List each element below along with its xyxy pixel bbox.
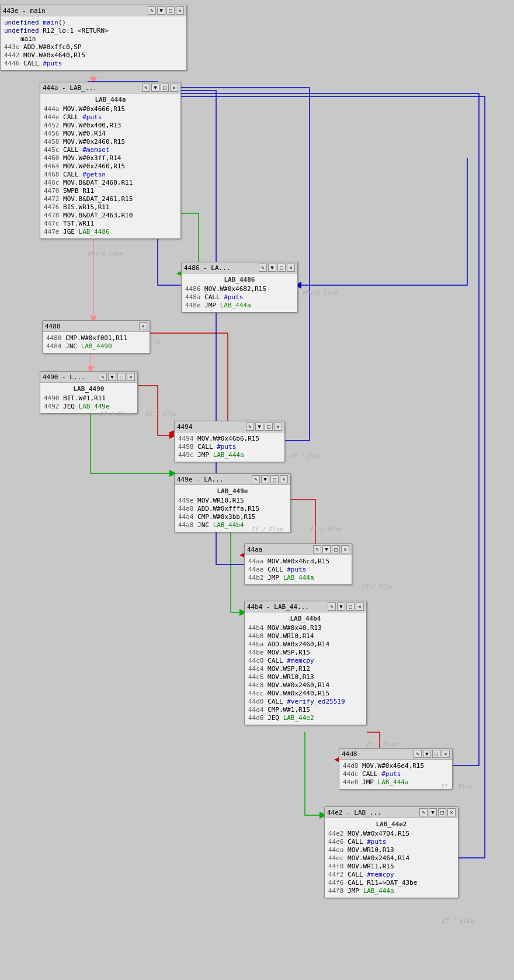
- lab444a-titlebar: 444a - LAB_... ✎ ▼ □ ✕: [40, 82, 180, 94]
- edit-icon[interactable]: ✎: [252, 475, 260, 483]
- blk44d8-body: 44d8 MOV.W#0x46e4,R15 44dc CALL #puts 44…: [339, 760, 452, 789]
- code-line: 4484 JNC LAB_4490: [46, 342, 146, 351]
- code-line: 44ae CALL #puts: [248, 566, 348, 574]
- arrow-icon[interactable]: ▼: [429, 808, 437, 816]
- code-line: 4458 MOV.W#0x2460,R15: [44, 138, 177, 146]
- lab4490-window: 4490 - L... ✎ ▼ □ ✕ LAB_4490 4490 BIT.W#…: [40, 371, 138, 414]
- code-line: 4492 JEQ LAB_449e: [44, 403, 134, 411]
- code-line: 44a4 CMP.W#0x3bb,R15: [178, 513, 287, 521]
- arrow-icon[interactable]: ▼: [322, 545, 331, 553]
- code-line: 449c JMP LAB_444a: [178, 451, 281, 459]
- code-line: 447c TST.WR11: [44, 220, 177, 228]
- flow-label-ifelse9: If / Else: [442, 917, 473, 924]
- lab444a-window: 444a - LAB_... ✎ ▼ □ ✕ LAB_444a 444a MOV…: [40, 82, 181, 239]
- close-icon[interactable]: ✕: [356, 602, 364, 611]
- maximize-icon[interactable]: □: [432, 750, 440, 758]
- code-line: 4476 BIS.WR15,R11: [44, 203, 177, 212]
- code-line: 447e JGE LAB_4486: [44, 228, 177, 236]
- arrow-icon[interactable]: ▼: [255, 423, 263, 431]
- lab44e2-body: LAB_44e2 44e2 MOV.W#0x4704,R15 44e6 CALL…: [325, 818, 458, 898]
- maximize-icon[interactable]: □: [346, 602, 355, 611]
- maximize-icon[interactable]: □: [332, 545, 340, 553]
- code-line: 4456 MOV.W#0,R14: [44, 130, 177, 138]
- edit-icon[interactable]: ✎: [246, 423, 254, 431]
- lab4486-label: LAB_4486: [185, 276, 294, 283]
- maximize-icon[interactable]: □: [166, 6, 175, 15]
- maximize-icon[interactable]: □: [265, 423, 273, 431]
- lab44e2-controls: ✎ ▼ □ ✕: [419, 808, 456, 816]
- code-line: 4452 MOV.W#0x400,R13: [44, 122, 177, 130]
- code-line: 449e MOV.WR10,R15: [178, 497, 287, 505]
- code-line: undefined R12_lo:1 <RETURN>: [4, 27, 183, 35]
- flow-label-if1: If: [153, 339, 160, 345]
- blk4494-window: 4494 ✎ ▼ □ ✕ 4494 MOV.W#0x46b6,R15 4498 …: [174, 421, 285, 462]
- blk44aa-body: 44aa MOV.W#0x46cd,R15 44ae CALL #puts 44…: [245, 555, 352, 584]
- close-icon[interactable]: ✕: [442, 750, 450, 758]
- main-body: undefined main() undefined R12_lo:1 <RET…: [1, 16, 186, 70]
- maximize-icon[interactable]: □: [277, 264, 286, 272]
- maximize-icon[interactable]: □: [438, 808, 446, 816]
- edit-icon[interactable]: ✎: [313, 545, 321, 553]
- arrow-icon[interactable]: ▼: [151, 84, 159, 92]
- code-line: 4486 MOV.W#0x4682,R15: [185, 285, 294, 293]
- lab4486-title: 4486 - LA...: [184, 264, 259, 272]
- arrow-icon[interactable]: ▼: [108, 373, 116, 381]
- flow-label-ifelse8: If / Else: [440, 783, 472, 789]
- code-line: 44e6 CALL #puts: [328, 838, 454, 846]
- main-controls: ✎ ▼ □ ✕: [148, 6, 184, 15]
- lab4486-titlebar: 4486 - LA... ✎ ▼ □ ✕: [182, 262, 297, 273]
- code-line: 44b2 JMP LAB_444a: [248, 574, 348, 582]
- blk44d8-titlebar: 44d8 ✎ ▼ □ ✕: [339, 749, 452, 760]
- blk4494-controls: ✎ ▼ □ ✕: [246, 423, 282, 431]
- code-line: 4446 CALL #puts: [4, 60, 183, 68]
- maximize-icon[interactable]: □: [117, 373, 126, 381]
- close-icon[interactable]: ✕: [447, 808, 456, 816]
- arrow-icon[interactable]: ▼: [423, 750, 431, 758]
- flow-label-while1: While Loop: [88, 250, 123, 257]
- edit-icon[interactable]: ✎: [419, 808, 428, 816]
- blk4480-controls: ✕: [139, 322, 147, 330]
- close-icon[interactable]: ✕: [176, 6, 184, 15]
- lab449e-titlebar: 449e - LA... ✎ ▼ □ ✕: [175, 474, 290, 485]
- code-line: 44e2 MOV.W#0x4704,R15: [328, 830, 454, 838]
- close-icon[interactable]: ✕: [127, 373, 135, 381]
- code-line: 44b4 MOV.W#0x40,R13: [248, 624, 363, 632]
- lab4486-window: 4486 - LA... ✎ ▼ □ ✕ LAB_4486 4486 MOV.W…: [181, 262, 298, 313]
- main-window: 443e - main ✎ ▼ □ ✕ undefined main() und…: [0, 5, 187, 71]
- blk4480-body: 4480 CMP.W#0xf001,R11 4484 JNC LAB_4490: [43, 332, 150, 353]
- edit-icon[interactable]: ✎: [414, 750, 422, 758]
- flow-label-ifelse1: If / Else: [99, 411, 131, 417]
- edit-icon[interactable]: ✎: [148, 6, 156, 15]
- blk44aa-titlebar: 44aa ✎ ▼ □ ✕: [245, 544, 352, 555]
- close-icon[interactable]: ✕: [341, 545, 349, 553]
- flow-label-ifelse6: If / Else: [361, 583, 393, 590]
- maximize-icon[interactable]: □: [270, 475, 279, 483]
- edit-icon[interactable]: ✎: [259, 264, 267, 272]
- close-icon[interactable]: ✕: [287, 264, 295, 272]
- code-line: 4498 CALL #puts: [178, 443, 281, 451]
- lab444a-title: 444a - LAB_...: [43, 84, 142, 92]
- close-icon[interactable]: ✕: [280, 475, 288, 483]
- code-line: 446c MOV.B&DAT_2460,R11: [44, 179, 177, 187]
- maximize-icon[interactable]: □: [161, 84, 169, 92]
- code-line: 4478 MOV.B&DAT_2463,R10: [44, 212, 177, 220]
- flow-label-while2: While Loop: [303, 289, 338, 296]
- arrow-icon[interactable]: ▼: [337, 602, 345, 611]
- code-line: 4472 MOV.B&DAT_2461,R15: [44, 195, 177, 203]
- main-titlebar: 443e - main ✎ ▼ □ ✕: [1, 5, 186, 16]
- code-line: 44d8 MOV.W#0x46e4,R15: [343, 762, 449, 770]
- close-icon[interactable]: ✕: [139, 322, 147, 330]
- edit-icon[interactable]: ✎: [142, 84, 150, 92]
- arrow-icon[interactable]: ▼: [261, 475, 269, 483]
- arrow-icon[interactable]: ▼: [157, 6, 165, 15]
- lab4490-body: LAB_4490 4490 BIT.W#1,R11 4492 JEQ LAB_4…: [40, 383, 137, 413]
- blk44d8-title: 44d8: [342, 750, 414, 758]
- lab44e2-window: 44e2 - LAB_... ✎ ▼ □ ✕ LAB_44e2 44e2 MOV…: [324, 806, 459, 898]
- lab449e-title: 449e - LA...: [177, 476, 252, 483]
- edit-icon[interactable]: ✎: [99, 373, 107, 381]
- edit-icon[interactable]: ✎: [328, 602, 336, 611]
- close-icon[interactable]: ✕: [274, 423, 282, 431]
- close-icon[interactable]: ✕: [170, 84, 178, 92]
- code-line: 4460 MOV.W#0x3ff,R14: [44, 154, 177, 162]
- arrow-icon[interactable]: ▼: [268, 264, 276, 272]
